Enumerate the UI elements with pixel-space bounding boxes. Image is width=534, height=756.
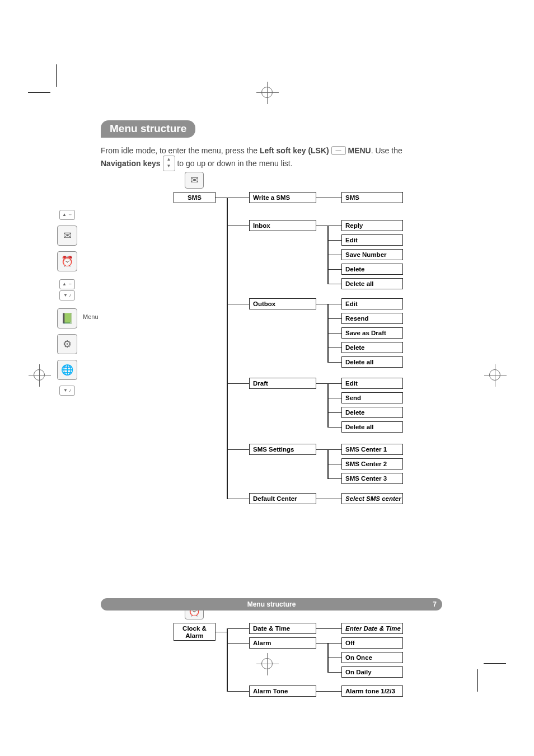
nav-up-icon2: ▲ ↔ [59,279,75,289]
connector [327,284,341,285]
connector [327,478,341,480]
phonebook-icon: 📗 [57,308,77,328]
outbox-delete-all: Delete all [341,356,403,368]
crop-mark-br [461,647,495,680]
inbox-delete: Delete [341,264,403,275]
connector [327,672,341,673]
outbox-delete: Delete [341,342,403,353]
connector [316,449,327,450]
connector [216,198,227,199]
connector [316,226,327,227]
page-number: 7 [433,600,437,608]
connector [227,499,249,500]
draft-box: Draft [249,378,316,389]
connector [327,412,341,414]
connector [327,658,341,659]
intro-part1: From idle mode, to enter the menu, press… [101,146,260,155]
connector [316,499,341,500]
footer-bar: Menu structure 7 [101,598,442,611]
connector [227,226,249,227]
inbox-edit: Edit [341,234,403,246]
alarm-tone-child: Alarm tone 1/2/3 [341,685,403,697]
sms-settings-box: SMS Settings [249,444,316,455]
menu-icon-strip: ▲ ↔ ✉ ⏰ ▲ ↔ ▼ ♪ 📗 Menu ⚙ 🌐 ▼ ♪ [56,210,78,396]
draft-send: Send [341,392,403,403]
registration-mark-right [489,369,500,381]
connector [316,691,341,692]
connector [227,643,249,644]
clock-menu-diagram: ⏰ Clock & Alarm Date & Time Alarm Alarm … [101,607,442,702]
connector [327,383,329,427]
registration-mark-left [34,369,45,381]
connector [227,628,228,691]
connector [327,226,341,227]
sms-center-1: SMS Center 1 [341,444,403,455]
sms-center-2: SMS Center 2 [341,458,403,469]
connector [227,198,249,199]
connector [327,240,341,241]
connector [227,691,249,692]
draft-delete-all: Delete all [341,421,403,433]
nav-up-icon: ▲ ↔ [59,210,75,220]
connector [327,643,341,644]
crop-mark-tl [39,76,73,109]
connector [316,643,327,644]
connector [327,333,341,334]
nav-down-icon: ▼ ♪ [59,386,75,396]
enter-date-time: Enter Date & Time [341,623,403,634]
connector [327,255,341,256]
draft-edit: Edit [341,378,403,389]
connector [227,198,228,499]
intro-text: From idle mode, to enter the menu, press… [101,145,442,172]
clock-root-box: Clock & Alarm [174,623,216,641]
connector [327,427,341,428]
sms-menu-diagram: ✉ ▲ ↔ ✉ ⏰ ▲ ↔ ▼ ♪ 📗 Menu ⚙ 🌐 ▼ ♪ SMS Wri… [101,176,442,602]
mail-icon: ✉ [57,226,77,246]
date-time-box: Date & Time [249,623,316,634]
outbox-save-draft: Save as Draft [341,327,403,339]
inbox-box: Inbox [249,220,316,231]
connector [316,198,341,199]
sms-icon: ✉ [185,172,204,189]
intro-part3: to go up or down in the menu list. [177,159,292,168]
alarm-once: On Once [341,652,403,663]
network-icon: 🌐 [57,360,77,380]
connector [327,304,341,305]
write-sms-box: Write a SMS [249,192,316,203]
registration-mark-top [261,87,273,98]
settings-icon: ⚙ [57,334,77,354]
intro-nav: Navigation keys [101,159,161,168]
alarm-tone-box: Alarm Tone [249,685,316,697]
footer-label: Menu structure [247,600,296,608]
connector [227,383,249,384]
write-sms-child: SMS [341,192,403,203]
connector [327,318,341,320]
nav-key-icon: ▲▼ [163,156,175,171]
alarm-off: Off [341,637,403,649]
connector [327,383,341,384]
draft-delete: Delete [341,407,403,418]
connector [227,304,249,305]
connector [327,362,341,363]
inbox-save-number: Save Number [341,249,403,260]
menu-strip-label: Menu [83,313,99,320]
connector [216,632,227,633]
connector [327,269,341,270]
inbox-reply: Reply [341,220,403,231]
connector [327,464,341,465]
intro-part2: . Use the [371,146,402,155]
sms-center-3: SMS Center 3 [341,473,403,484]
connector [327,398,341,399]
section-title: Menu structure [101,120,195,138]
lsk-key-icon: — [331,146,346,155]
outbox-resend: Resend [341,313,403,324]
inbox-delete-all: Delete all [341,278,403,289]
default-center-box: Default Center [249,493,316,504]
sms-root-box: SMS [174,192,216,203]
connector [316,628,341,630]
connector [227,628,249,630]
connector [327,449,341,450]
connector [316,383,327,384]
clock-icon: ⏰ [57,251,77,271]
select-sms-center: Select SMS center [341,493,403,504]
